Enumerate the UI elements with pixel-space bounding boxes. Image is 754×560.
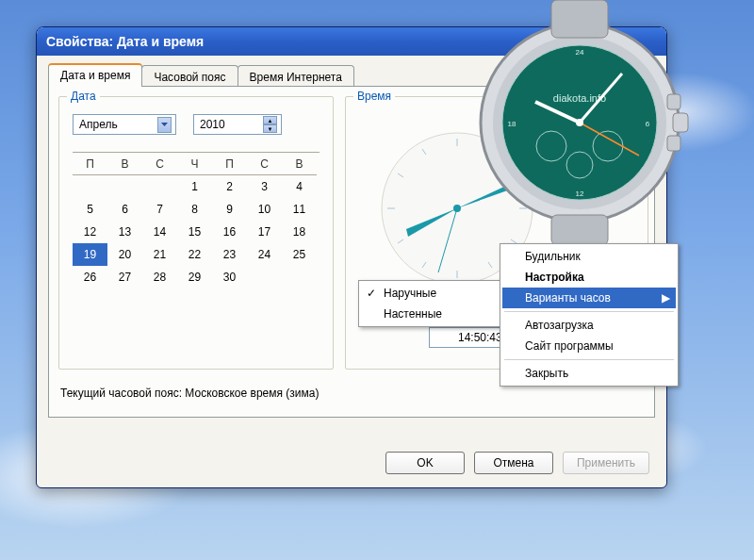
menu-item-website[interactable]: Сайт программы xyxy=(502,336,676,356)
calendar-day[interactable]: 26 xyxy=(73,266,107,288)
calendar-day[interactable]: 1 xyxy=(177,175,212,198)
cancel-button[interactable]: Отмена xyxy=(474,452,553,474)
check-icon: ✓ xyxy=(367,287,376,300)
menu-item-settings[interactable]: Настройка xyxy=(502,267,676,288)
time-value: 14:50:43 xyxy=(458,331,502,344)
weekday-header: С xyxy=(247,153,282,175)
menu-item-wallclock[interactable]: Настенные xyxy=(361,304,499,324)
menu-item-wristwatch[interactable]: ✓ Наручные xyxy=(361,283,499,304)
calendar-day[interactable]: 2 xyxy=(212,175,247,198)
menu-separator xyxy=(504,311,674,312)
weekday-header: В xyxy=(107,153,142,175)
tab-strip: Дата и время Часовой пояс Время Интернет… xyxy=(37,56,666,86)
calendar-day xyxy=(73,175,107,198)
titlebar[interactable]: Свойства: Дата и время xyxy=(37,27,666,56)
svg-point-16 xyxy=(453,205,461,212)
chevron-down-icon[interactable] xyxy=(157,117,172,133)
weekday-header: П xyxy=(73,153,107,175)
weekday-header: С xyxy=(142,153,177,175)
watch-variants-submenu: ✓ Наручные Настенные xyxy=(358,280,501,327)
ok-button[interactable]: OK xyxy=(385,452,465,474)
calendar-day[interactable]: 29 xyxy=(177,266,212,288)
calendar-day xyxy=(247,266,282,288)
menu-separator xyxy=(504,359,674,360)
time-legend: Время xyxy=(353,90,395,103)
year-value: 2010 xyxy=(200,118,225,131)
tab-date-time[interactable]: Дата и время xyxy=(48,63,142,87)
timezone-label: Текущий часовой пояс: Московское время (… xyxy=(60,387,319,400)
calendar-day[interactable]: 4 xyxy=(282,175,317,198)
window-title: Свойства: Дата и время xyxy=(46,34,204,49)
menu-item-close[interactable]: Закрыть xyxy=(502,363,676,384)
calendar-day[interactable]: 19 xyxy=(73,243,107,266)
menu-item-autostart[interactable]: Автозагрузка xyxy=(502,315,676,336)
calendar-day[interactable]: 30 xyxy=(212,266,247,288)
calendar-day[interactable]: 3 xyxy=(247,175,282,198)
calendar-day[interactable]: 12 xyxy=(73,221,107,243)
calendar-day[interactable]: 23 xyxy=(212,243,247,266)
weekday-header: Ч xyxy=(177,153,212,175)
calendar-day[interactable]: 25 xyxy=(282,243,317,266)
calendar-day xyxy=(142,175,177,198)
calendar-day[interactable]: 15 xyxy=(177,221,212,243)
tab-internet-time[interactable]: Время Интернета xyxy=(238,65,354,88)
calendar-day xyxy=(282,266,317,288)
apply-button[interactable]: Применить xyxy=(563,452,649,474)
calendar-day[interactable]: 24 xyxy=(247,243,282,266)
date-legend: Дата xyxy=(67,90,100,103)
menu-item-clock-variants[interactable]: Варианты часов ▶ xyxy=(502,288,676,308)
calendar-day xyxy=(107,175,142,198)
calendar-day[interactable]: 28 xyxy=(142,266,177,288)
calendar-day[interactable]: 27 xyxy=(107,266,142,288)
calendar-day[interactable]: 16 xyxy=(212,221,247,243)
calendar-day[interactable]: 7 xyxy=(142,198,177,221)
menu-item-alarm[interactable]: Будильник xyxy=(502,246,676,267)
submenu-arrow-icon: ▶ xyxy=(662,291,670,305)
calendar-day[interactable]: 8 xyxy=(177,198,212,221)
dialog-buttons: OK Отмена Применить xyxy=(385,452,649,474)
calendar-day[interactable]: 21 xyxy=(142,243,177,266)
year-spinner[interactable]: 2010 ▲ ▼ xyxy=(193,114,282,135)
calendar-day[interactable]: 17 xyxy=(247,221,282,243)
calendar-day[interactable]: 20 xyxy=(107,243,142,266)
month-value: Апрель xyxy=(79,118,118,131)
calendar-grid[interactable]: ПВСЧПСВ123456789101112131415161718192021… xyxy=(73,152,320,288)
calendar-day[interactable]: 11 xyxy=(282,198,317,221)
calendar-day[interactable]: 10 xyxy=(247,198,282,221)
calendar-day[interactable]: 5 xyxy=(73,198,107,221)
spin-down-icon[interactable]: ▼ xyxy=(263,124,277,133)
calendar-day[interactable]: 14 xyxy=(142,221,177,243)
watch-context-menu: Будильник Настройка Варианты часов ▶ Авт… xyxy=(500,243,679,387)
weekday-header: П xyxy=(212,153,247,175)
calendar-day[interactable]: 6 xyxy=(107,198,142,221)
date-fieldset: Дата Апрель 2010 ▲ ▼ ПВСЧПСВ123456789101… xyxy=(58,96,334,370)
calendar-day[interactable]: 9 xyxy=(212,198,247,221)
spin-up-icon[interactable]: ▲ xyxy=(263,116,277,124)
calendar-day[interactable]: 13 xyxy=(107,221,142,243)
weekday-header: В xyxy=(282,153,317,175)
month-select[interactable]: Апрель xyxy=(73,114,176,135)
tab-timezone[interactable]: Часовой пояс xyxy=(141,65,238,88)
calendar-day[interactable]: 22 xyxy=(177,243,212,266)
calendar-day[interactable]: 18 xyxy=(282,221,317,243)
